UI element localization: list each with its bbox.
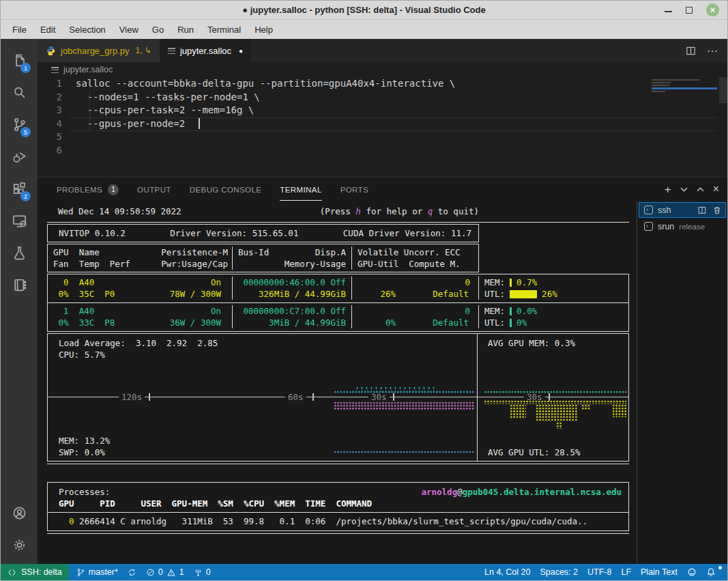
menu-view[interactable]: View [113, 23, 145, 37]
gpu1-bus-id: 00000000:C7:00.0 Off [243, 305, 346, 317]
python-icon [46, 46, 56, 56]
menu-run[interactable]: Run [171, 23, 200, 37]
notifications-status[interactable] [701, 567, 720, 577]
load-average: Load Average: 3.10 2.92 2.85 [59, 337, 218, 349]
gpu-utl-graph-chunk [612, 404, 626, 417]
avg-gpu-mem: AVG GPU MEM: 0.3% [488, 337, 575, 349]
close-panel-icon[interactable]: × [713, 184, 719, 195]
processes-box: Processes: arnoldg@gpub045.delta.interna… [47, 482, 629, 531]
line-number: 2 [38, 91, 76, 104]
menu-go[interactable]: Go [146, 23, 170, 37]
terminal-date: Wed Dec 14 09:50:59 2022 [58, 206, 181, 217]
nvitop-box-shadow [47, 464, 629, 464]
more-actions-icon[interactable]: ⋯ [707, 44, 718, 57]
cpu-percent: CPU: 5.7% [59, 349, 105, 360]
feedback-status[interactable] [682, 567, 701, 577]
code-editor[interactable]: 1salloc --account=bbka-delta-gpu --parti… [38, 77, 727, 177]
terminal-label: srun [658, 222, 674, 231]
gpu-table-header: GPU NamePersistence-M Bus-IdDisp.A Volat… [47, 244, 479, 272]
bell-icon [706, 567, 716, 577]
terminal-icon: › [644, 206, 653, 214]
tab-jobcharge-grp-py[interactable]: jobcharge_grp.py 1, ↳ [38, 39, 160, 62]
process-row: 0 2666414 C arnoldg 311MiB 53 99.8 0.1 0… [48, 512, 628, 530]
eol-setting[interactable]: LF [616, 567, 636, 577]
bottom-panel: PROBLEMS 1 OUTPUT DEBUG CONSOLE TERMINAL… [38, 177, 727, 565]
search-icon[interactable] [3, 76, 35, 109]
cuda-version: CUDA Driver Version: 11.7 [343, 227, 471, 239]
testing-icon[interactable] [3, 237, 35, 269]
maximize-icon[interactable] [686, 7, 693, 14]
notification-dot [718, 566, 722, 569]
minimap-line [652, 79, 699, 81]
run-debug-icon[interactable] [3, 141, 35, 173]
menu-help[interactable]: Help [248, 23, 279, 37]
cursor-position[interactable]: Ln 4, Col 20 [480, 567, 535, 577]
line-number: 6 [38, 144, 76, 158]
minimap-active-line [652, 87, 717, 89]
source-control-icon[interactable]: 5 [3, 109, 35, 141]
breadcrumb[interactable]: jupyter.salloc [38, 62, 727, 77]
terminal-icon: › [644, 222, 653, 231]
tab-bar: jobcharge_grp.py 1, ↳ jupyter.salloc ● ⋯ [38, 39, 727, 62]
gpu0-utl-pct: 26% [542, 288, 557, 300]
notebook-icon[interactable] [3, 269, 35, 301]
gpu1-util: 0% [358, 317, 396, 328]
problems-status[interactable]: 0 1 [141, 567, 189, 577]
gpu1-mem-bar [510, 307, 512, 315]
split-terminal-icon[interactable] [697, 206, 707, 215]
encoding-setting[interactable]: UTF-8 [583, 567, 616, 577]
split-editor-icon[interactable] [686, 46, 696, 56]
workbench: 1 5 2 [1, 39, 727, 565]
tab-ports[interactable]: PORTS [340, 178, 368, 201]
menu-selection[interactable]: Selection [63, 23, 111, 37]
close-icon[interactable]: × [706, 3, 719, 16]
remote-indicator[interactable]: SSH: delta [1, 564, 69, 580]
language-mode[interactable]: Plain Text [636, 567, 682, 577]
terminal-item-srun[interactable]: › srun release [639, 218, 726, 234]
ports-status[interactable]: 0 [189, 567, 216, 577]
menu-file[interactable]: File [6, 23, 33, 37]
breadcrumb-file[interactable]: jupyter.salloc [63, 65, 113, 74]
minimap[interactable] [652, 79, 717, 94]
gpu-row-1: 1 A40On 00000000:C7:00.0 Off 0 MEM:0.0% … [48, 303, 628, 331]
chevron-down-icon[interactable] [680, 186, 688, 193]
error-icon [146, 568, 155, 577]
dirty-indicator-icon[interactable]: ● [239, 47, 243, 55]
terminal-item-actions [697, 206, 722, 215]
radio-tower-icon [194, 568, 203, 577]
editor-actions: ⋯ [686, 39, 727, 62]
sync-status[interactable] [123, 568, 141, 577]
code-line: 5 [38, 130, 727, 144]
explorer-icon[interactable]: 1 [3, 44, 35, 76]
remote-icon [8, 568, 16, 577]
tab-jupyter-salloc[interactable]: jupyter.salloc ● [160, 39, 251, 62]
new-terminal-icon[interactable]: + [665, 184, 671, 195]
extensions-icon[interactable]: 2 [3, 173, 35, 205]
terminal-list: › ssh › srun release [637, 201, 727, 565]
chevron-up-icon[interactable] [697, 186, 704, 193]
gpu-table-rows: 0 A40On 00000000:46:00.0 Off 0 MEM:0.7% … [47, 274, 629, 332]
remote-explorer-icon[interactable] [3, 205, 35, 237]
status-bar: SSH: delta master* 0 1 0 Ln 4, Col 20 [1, 564, 727, 580]
indentation-setting[interactable]: Spaces: 2 [535, 567, 583, 577]
tab-debug-console[interactable]: DEBUG CONSOLE [190, 178, 262, 201]
settings-gear-icon[interactable] [3, 529, 35, 561]
account-icon[interactable] [3, 497, 35, 529]
tab-output[interactable]: OUTPUT [137, 178, 171, 201]
git-branch-status[interactable]: master* [72, 567, 123, 577]
terminal-view[interactable]: Wed Dec 14 09:50:59 2022 (Press h for he… [38, 201, 637, 565]
tab-problems[interactable]: PROBLEMS 1 [57, 178, 119, 201]
scrollbar[interactable] [719, 77, 727, 103]
file-icon [51, 67, 59, 73]
minimap-line [652, 85, 669, 86]
minimize-icon[interactable] [665, 8, 672, 12]
terminal-item-ssh[interactable]: › ssh [639, 202, 726, 218]
tab-terminal[interactable]: TERMINAL [280, 178, 321, 201]
menu-terminal[interactable]: Terminal [201, 23, 247, 37]
menu-bar: File Edit Selection View Go Run Terminal… [1, 20, 727, 39]
kill-terminal-icon[interactable] [712, 206, 722, 215]
active-line-highlight [69, 117, 716, 131]
terminal-task-suffix: release [679, 223, 705, 231]
menu-edit[interactable]: Edit [34, 23, 61, 37]
gpu0-mem-bar [510, 279, 512, 287]
